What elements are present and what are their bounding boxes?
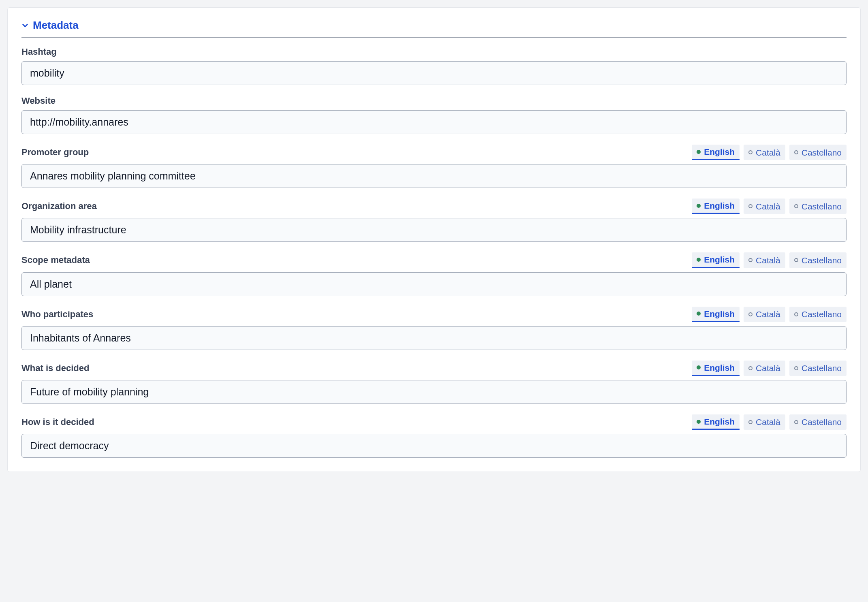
language-tab-label: Català	[756, 201, 780, 211]
language-tab-català[interactable]: Català	[744, 307, 785, 322]
language-tab-català[interactable]: Català	[744, 414, 785, 430]
language-tab-label: English	[704, 254, 735, 265]
status-dot-empty-icon	[794, 204, 798, 208]
status-dot-filled-icon	[697, 312, 701, 316]
status-dot-empty-icon	[794, 150, 798, 154]
language-tab-english[interactable]: English	[692, 414, 740, 430]
field-label-row: Who participatesEnglishCatalàCastellano	[21, 307, 847, 322]
status-dot-empty-icon	[748, 258, 753, 262]
language-tab-label: Castellano	[802, 255, 842, 265]
language-tab-label: English	[704, 201, 735, 211]
metadata-card: Metadata HashtagWebsitePromoter groupEng…	[7, 7, 861, 472]
field-label: Organization area	[21, 201, 97, 211]
field-label-row: Organization areaEnglishCatalàCastellano	[21, 199, 847, 214]
language-tab-label: Castellano	[802, 147, 842, 158]
field-organization-area: Organization areaEnglishCatalàCastellano	[21, 199, 847, 242]
language-tabs: EnglishCatalàCastellano	[692, 414, 847, 430]
language-tab-label: Català	[756, 255, 780, 265]
language-tab-català[interactable]: Català	[744, 199, 785, 214]
language-tab-label: Català	[756, 309, 780, 319]
status-dot-empty-icon	[794, 312, 798, 316]
language-tab-castellano[interactable]: Castellano	[789, 145, 847, 160]
language-tab-english[interactable]: English	[692, 199, 740, 214]
how-is-it-decided-input[interactable]	[21, 434, 847, 458]
language-tab-label: English	[704, 309, 735, 319]
field-label-row: What is decidedEnglishCatalàCastellano	[21, 361, 847, 376]
field-label-row: Website	[21, 96, 847, 106]
metadata-section-toggle[interactable]: Metadata	[21, 19, 847, 38]
language-tabs: EnglishCatalàCastellano	[692, 307, 847, 322]
language-tab-label: Català	[756, 417, 780, 427]
scope-metadata-input[interactable]	[21, 272, 847, 296]
what-is-decided-input[interactable]	[21, 380, 847, 404]
field-who-participates: Who participatesEnglishCatalàCastellano	[21, 307, 847, 350]
language-tab-english[interactable]: English	[692, 307, 740, 322]
field-hashtag: Hashtag	[21, 47, 847, 85]
language-tab-castellano[interactable]: Castellano	[789, 414, 847, 430]
language-tabs: EnglishCatalàCastellano	[692, 199, 847, 214]
language-tabs: EnglishCatalàCastellano	[692, 361, 847, 376]
field-label: Website	[21, 96, 56, 106]
field-label: Who participates	[21, 309, 93, 320]
field-label-row: Scope metadataEnglishCatalàCastellano	[21, 252, 847, 268]
status-dot-empty-icon	[794, 420, 798, 424]
fields-container: HashtagWebsitePromoter groupEnglishCatal…	[21, 47, 847, 458]
field-label: What is decided	[21, 363, 89, 374]
website-input[interactable]	[21, 110, 847, 134]
language-tab-català[interactable]: Català	[744, 145, 785, 160]
chevron-down-icon	[21, 22, 29, 29]
language-tab-label: Castellano	[802, 201, 842, 211]
language-tabs: EnglishCatalàCastellano	[692, 252, 847, 268]
hashtag-input[interactable]	[21, 61, 847, 85]
status-dot-filled-icon	[697, 204, 701, 208]
language-tab-english[interactable]: English	[692, 252, 740, 268]
language-tab-català[interactable]: Català	[744, 361, 785, 376]
status-dot-empty-icon	[748, 366, 753, 370]
field-label: Promoter group	[21, 147, 89, 158]
status-dot-filled-icon	[697, 420, 701, 424]
language-tabs: EnglishCatalàCastellano	[692, 145, 847, 160]
language-tab-english[interactable]: English	[692, 145, 740, 160]
field-promoter-group: Promoter groupEnglishCatalàCastellano	[21, 145, 847, 188]
field-how-is-it-decided: How is it decidedEnglishCatalàCastellano	[21, 414, 847, 458]
status-dot-filled-icon	[697, 258, 701, 262]
status-dot-empty-icon	[748, 312, 753, 316]
status-dot-empty-icon	[794, 366, 798, 370]
language-tab-label: Català	[756, 363, 780, 373]
language-tab-label: English	[704, 147, 735, 157]
status-dot-empty-icon	[748, 204, 753, 208]
status-dot-empty-icon	[748, 150, 753, 154]
language-tab-label: Castellano	[802, 417, 842, 427]
field-what-is-decided: What is decidedEnglishCatalàCastellano	[21, 361, 847, 404]
promoter-group-input[interactable]	[21, 164, 847, 188]
language-tab-castellano[interactable]: Castellano	[789, 199, 847, 214]
field-website: Website	[21, 96, 847, 134]
language-tab-label: Català	[756, 147, 780, 158]
language-tab-label: English	[704, 363, 735, 373]
field-scope-metadata: Scope metadataEnglishCatalàCastellano	[21, 252, 847, 296]
language-tab-label: Castellano	[802, 309, 842, 319]
language-tab-castellano[interactable]: Castellano	[789, 252, 847, 268]
status-dot-filled-icon	[697, 150, 701, 154]
section-title: Metadata	[33, 19, 79, 32]
organization-area-input[interactable]	[21, 218, 847, 242]
field-label: Scope metadata	[21, 255, 90, 265]
status-dot-empty-icon	[748, 420, 753, 424]
language-tab-castellano[interactable]: Castellano	[789, 361, 847, 376]
field-label: Hashtag	[21, 47, 57, 57]
field-label-row: Hashtag	[21, 47, 847, 57]
field-label: How is it decided	[21, 417, 94, 427]
field-label-row: How is it decidedEnglishCatalàCastellano	[21, 414, 847, 430]
status-dot-empty-icon	[794, 258, 798, 262]
field-label-row: Promoter groupEnglishCatalàCastellano	[21, 145, 847, 160]
language-tab-english[interactable]: English	[692, 361, 740, 376]
language-tab-label: English	[704, 416, 735, 427]
language-tab-label: Castellano	[802, 363, 842, 373]
status-dot-filled-icon	[697, 365, 701, 369]
language-tab-català[interactable]: Català	[744, 252, 785, 268]
who-participates-input[interactable]	[21, 326, 847, 350]
language-tab-castellano[interactable]: Castellano	[789, 307, 847, 322]
